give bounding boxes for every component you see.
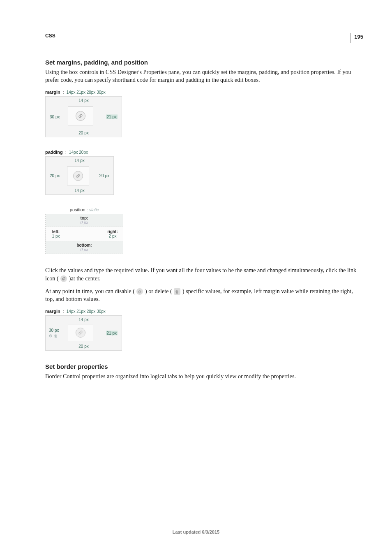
padding-colon: : xyxy=(65,150,67,155)
padding-property-label: padding xyxy=(45,150,63,155)
margin2-colon: : xyxy=(63,309,64,314)
position-value-input[interactable]: static xyxy=(89,208,99,212)
padding-right-input[interactable]: 20 px xyxy=(99,173,109,178)
position-bottom-input[interactable]: 0 px xyxy=(46,247,123,252)
link-icon[interactable] xyxy=(73,171,83,181)
margin2-right-input[interactable]: 21 px xyxy=(106,331,118,335)
position-right-label: right: xyxy=(102,229,123,234)
margin2-property-label: margin xyxy=(45,309,60,314)
disable-icon[interactable]: ⊘ xyxy=(49,333,52,338)
margin-property-label: margin xyxy=(45,90,60,95)
header-module-label: CSS xyxy=(45,33,55,39)
section2-paragraph: Border Control properties are organized … xyxy=(45,372,363,380)
paragraph-disable-delete: At any point in time, you can disable ( … xyxy=(45,287,363,303)
position-top-label: top: xyxy=(46,216,123,220)
delete-icon[interactable]: 🗑 xyxy=(54,333,58,338)
page-number: 195 xyxy=(350,33,363,43)
section-heading-border: Set border properties xyxy=(45,363,363,370)
section-heading-margins: Set margins, padding, and position xyxy=(45,59,363,66)
position-bottom-label: bottom: xyxy=(46,243,123,247)
link-icon[interactable] xyxy=(76,111,85,121)
margin-bottom-input[interactable]: 20 px xyxy=(78,131,88,135)
padding-top-input[interactable]: 14 px xyxy=(74,158,84,163)
footer-last-updated: Last updated 6/3/2015 xyxy=(0,530,392,534)
disable-icon: ⊘ xyxy=(136,288,143,295)
margin-shorthand-input[interactable]: 14px 21px 20px 30px xyxy=(67,90,106,95)
margin2-left-input[interactable]: 30 px xyxy=(49,328,59,333)
position-top-input[interactable]: 0 px xyxy=(46,220,123,225)
padding-box-widget: padding : 14px 20px 14 px 14 px 20 px 20… xyxy=(45,150,123,195)
position-property-label: position : xyxy=(70,207,88,212)
position-left-label: left: xyxy=(46,229,66,234)
link-icon xyxy=(60,275,67,282)
margin-box-widget: margin : 14px 21px 20px 30px 14 px 20 px… xyxy=(45,90,123,137)
position-left-input[interactable]: 1 px xyxy=(46,234,66,238)
position-box-widget: position : static top: 0 px left: 1 px r… xyxy=(45,207,123,254)
margin2-bottom-input[interactable]: 20 px xyxy=(78,344,88,349)
margin2-top-input[interactable]: 14 px xyxy=(78,317,88,322)
section1-paragraph: Using the box controls in CSS Designer's… xyxy=(45,68,363,84)
position-right-input[interactable]: 2 px xyxy=(102,234,123,238)
margin-top-input[interactable]: 14 px xyxy=(78,98,88,103)
margin2-shorthand-input[interactable]: 14px 21px 20px 30px xyxy=(67,309,106,314)
paragraph-link-icon: Click the values and type the required v… xyxy=(45,266,363,282)
padding-bottom-input[interactable]: 14 px xyxy=(74,188,84,193)
margin-right-input[interactable]: 21 px xyxy=(106,115,118,119)
padding-shorthand-input[interactable]: 14px 20px xyxy=(69,150,88,155)
padding-left-input[interactable]: 20 px xyxy=(50,173,60,178)
link-icon[interactable] xyxy=(76,328,85,338)
margin-colon: : xyxy=(63,90,64,95)
margin-left-input[interactable]: 30 px xyxy=(50,115,60,119)
margin-box-widget-2: margin : 14px 21px 20px 30px 14 px 20 px… xyxy=(45,309,123,351)
delete-icon: 🗑 xyxy=(174,288,180,295)
